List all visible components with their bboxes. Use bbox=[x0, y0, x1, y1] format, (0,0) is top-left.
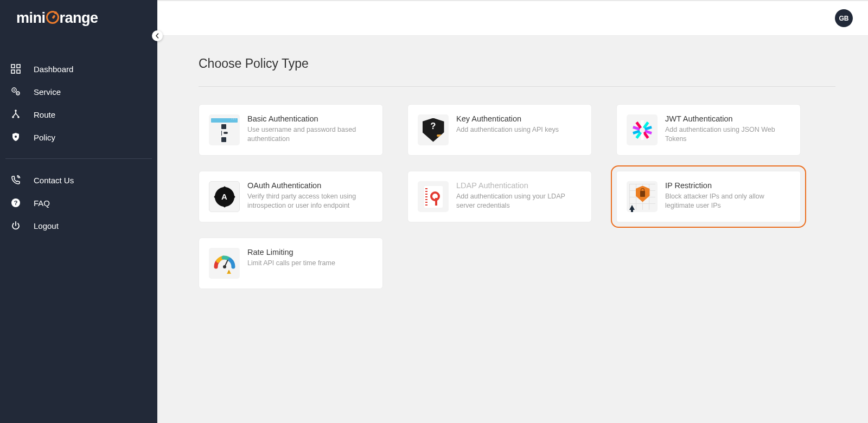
key-auth-icon: ? bbox=[418, 114, 449, 145]
policy-card-jwt-auth[interactable]: JWT Authentication Add authentication us… bbox=[616, 104, 801, 156]
svg-point-10 bbox=[18, 117, 19, 118]
route-icon bbox=[10, 110, 22, 119]
logo[interactable]: mini range bbox=[0, 0, 157, 36]
power-icon bbox=[10, 221, 22, 230]
svg-rect-19 bbox=[641, 133, 643, 140]
question-icon: ? bbox=[10, 198, 22, 208]
sidebar-item-faq[interactable]: ? FAQ bbox=[0, 191, 157, 214]
sidebar-item-label: FAQ bbox=[34, 198, 50, 208]
policy-title: JWT Authentication bbox=[665, 114, 790, 123]
svg-rect-2 bbox=[11, 70, 15, 73]
svg-rect-25 bbox=[224, 259, 228, 267]
sidebar-item-policy[interactable]: Policy bbox=[0, 126, 157, 149]
logo-text-pre: mini bbox=[16, 10, 46, 27]
policy-grid: Basic Authentication Use username and pa… bbox=[199, 104, 835, 289]
policy-desc: Add authentication using your LDAP serve… bbox=[456, 192, 582, 210]
svg-point-11 bbox=[15, 136, 17, 138]
sidebar-collapse-button[interactable] bbox=[152, 30, 163, 41]
sidebar-item-dashboard[interactable]: Dashboard bbox=[0, 57, 157, 80]
svg-text:?: ? bbox=[14, 200, 18, 206]
policy-desc: Limit API calls per time frame bbox=[247, 259, 373, 268]
policy-title: Rate Limiting bbox=[247, 248, 373, 257]
main: GB Choose Policy Type Basic Authenticati… bbox=[157, 0, 868, 423]
policy-desc: Verify third party access token using in… bbox=[247, 192, 373, 210]
svg-text:!: ! bbox=[228, 270, 229, 274]
ip-restriction-icon bbox=[627, 181, 658, 212]
svg-rect-14 bbox=[641, 120, 643, 127]
gears-icon bbox=[10, 87, 22, 97]
sidebar-item-label: Dashboard bbox=[34, 65, 73, 74]
basic-auth-icon bbox=[209, 114, 240, 145]
primary-nav: Dashboard Service Route Policy Contac bbox=[0, 36, 157, 237]
policy-title: OAuth Authentication bbox=[247, 181, 373, 190]
sidebar-item-logout[interactable]: Logout bbox=[0, 214, 157, 237]
policy-desc: Add authentication using API keys bbox=[456, 125, 582, 134]
sidebar-item-label: Contact Us bbox=[34, 176, 74, 185]
ldap-auth-icon bbox=[418, 181, 449, 212]
policy-card-key-auth[interactable]: ? Key Authentication Add authentication … bbox=[407, 104, 592, 156]
topbar: GB bbox=[157, 0, 868, 36]
svg-rect-0 bbox=[11, 65, 15, 68]
page-title: Choose Policy Type bbox=[199, 56, 835, 71]
sidebar-item-contact[interactable]: Contact Us bbox=[0, 169, 157, 191]
shield-icon bbox=[10, 132, 22, 142]
grid-icon bbox=[10, 64, 22, 74]
policy-card-basic-auth[interactable]: Basic Authentication Use username and pa… bbox=[199, 104, 383, 156]
policy-title: Key Authentication bbox=[456, 114, 582, 123]
policy-card-ldap-auth[interactable]: LDAP Authentication Add authentication u… bbox=[407, 171, 592, 222]
sidebar: mini range Dashboard Service Route bbox=[0, 0, 157, 423]
sidebar-divider bbox=[5, 158, 152, 159]
rate-limiting-icon: ! bbox=[209, 248, 240, 279]
policy-desc: Add authentication using JSON Web Tokens bbox=[665, 125, 790, 144]
policy-title: Basic Authentication bbox=[247, 114, 373, 123]
svg-point-9 bbox=[12, 117, 14, 118]
policy-title: LDAP Authentication bbox=[456, 181, 582, 190]
policy-card-ip-restriction[interactable]: IP Restriction Block attacker IPs and on… bbox=[616, 171, 801, 222]
svg-point-7 bbox=[17, 93, 18, 94]
sidebar-item-label: Logout bbox=[34, 221, 59, 230]
policy-desc: Block attacker IPs and only allow legiti… bbox=[665, 192, 790, 210]
policy-card-rate-limiting[interactable]: ! Rate Limiting Limit API calls per time… bbox=[199, 238, 383, 289]
jwt-auth-icon bbox=[627, 114, 658, 145]
policy-card-oauth-auth[interactable]: A OAuth Authentication Verify third part… bbox=[199, 171, 383, 222]
sidebar-item-label: Policy bbox=[34, 133, 55, 142]
sidebar-item-route[interactable]: Route bbox=[0, 103, 157, 126]
sidebar-item-label: Service bbox=[34, 87, 61, 97]
policy-desc: Use username and password based authenti… bbox=[247, 125, 373, 144]
user-initials: GB bbox=[839, 15, 849, 22]
title-divider bbox=[199, 86, 835, 87]
sidebar-item-service[interactable]: Service bbox=[0, 80, 157, 103]
svg-point-8 bbox=[15, 110, 16, 111]
logo-orange-o-icon bbox=[46, 11, 59, 24]
chevron-left-icon bbox=[155, 33, 160, 39]
policy-title: IP Restriction bbox=[665, 181, 790, 190]
oauth-auth-icon: A bbox=[209, 181, 240, 212]
svg-rect-3 bbox=[17, 70, 20, 73]
phone-icon bbox=[10, 175, 22, 185]
content: Choose Policy Type Basic Authentication … bbox=[157, 36, 868, 423]
user-avatar[interactable]: GB bbox=[835, 9, 853, 27]
logo-text-post: range bbox=[60, 10, 98, 27]
svg-rect-1 bbox=[17, 65, 20, 68]
svg-point-5 bbox=[14, 89, 15, 91]
sidebar-item-label: Route bbox=[34, 110, 55, 119]
